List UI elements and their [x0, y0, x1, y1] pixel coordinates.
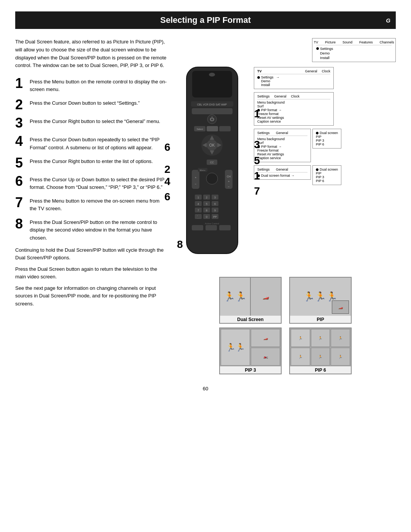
pip3-image: 🏃🏃 🏎️ 🏍️ — [220, 328, 281, 366]
menu-diagram-1: TV Picture Sound Features Channels Setti… — [312, 38, 396, 62]
d4-surf: Surf — [257, 141, 307, 145]
menu1-col2: Sound — [342, 40, 352, 44]
d3-surf: Surf — [257, 104, 330, 108]
svg-text:CC: CC — [210, 161, 214, 164]
pip-box: 🏃🏃🏃 🏎️ PIP — [289, 277, 352, 324]
menu1-item-install: Install — [316, 56, 333, 60]
step-2: 2 Press the Cursor Down button to select… — [15, 98, 167, 112]
d2-install: Install — [257, 83, 330, 87]
step-text-4: Press the Cursor Down button repeatedly … — [30, 134, 167, 151]
image-row-2: 🏃🏃 🏎️ 🏍️ PIP 3 — [219, 328, 352, 374]
diagram-2: TV General Clock Settings → Demo — [254, 67, 334, 89]
step-num-2: 2 — [15, 98, 26, 112]
step-5: 5 Press the Cursor Right button to enter… — [15, 156, 167, 170]
svg-text:9: 9 — [214, 209, 216, 212]
d5-sub-pip6: PIP 6 — [316, 179, 338, 183]
dual-screen-label: Dual Screen — [237, 316, 263, 323]
step-num-3: 3 — [15, 116, 26, 130]
dual-screen-box: 🏃🏃 🏎️ Dual Screen — [219, 277, 282, 324]
d5-sub-dual: Dual screen — [316, 168, 338, 171]
svg-text:CBL VCR DVD SAT AMP: CBL VCR DVD SAT AMP — [197, 103, 227, 106]
d3-clock: Clock — [291, 94, 300, 98]
page: Selecting a PIP Format G The Dual Screen… — [0, 0, 411, 532]
svg-point-2 — [209, 73, 215, 77]
d3-menu-bg: Menu background — [257, 101, 330, 104]
step-text-7: Press the Menu button to remove the on-s… — [30, 196, 167, 212]
remote-section: CBL VCR DVD SAT AMP ⏻ Select — [175, 65, 396, 271]
menu1-tv: TV — [314, 40, 318, 44]
pip6-image: 🏃 🏃 🏃 🏃 🏃 🏃 — [290, 328, 351, 366]
svg-text:+: + — [195, 176, 197, 179]
footer-text: See the next page for information on cha… — [15, 284, 167, 307]
step-text-2: Press the Cursor Down button to select “… — [30, 98, 140, 107]
d5-general-title: General — [276, 168, 288, 171]
svg-text:OK: OK — [209, 143, 215, 147]
step-num-7: 7 — [15, 196, 26, 209]
svg-text:CH: CH — [227, 175, 231, 178]
diagrams-column: TV General Clock Settings → Demo — [254, 65, 341, 185]
pip6-label: PIP 6 — [315, 366, 326, 374]
svg-text:7: 7 — [198, 209, 199, 212]
d4-pip-format: PIP format — [261, 145, 277, 149]
svg-rect-55 — [219, 225, 231, 230]
extra-text-2: Press the Dual Screen button again to re… — [15, 265, 167, 281]
d5-sub-pip: PIP — [316, 171, 338, 175]
callout-7: 7 — [254, 185, 260, 197]
menu1-col1: Picture — [325, 40, 336, 44]
d5-dual-format: Dual screen format — [261, 174, 290, 177]
step-3: 3 Press the Cursor Right button to selec… — [15, 116, 167, 130]
step-num-4: 4 — [15, 134, 26, 148]
svg-text:1: 1 — [198, 196, 199, 199]
step-num-5: 5 — [15, 156, 26, 170]
step-text-8: Press the Dual Screen/PIP button on the … — [30, 217, 167, 241]
dual-screen-image: 🏃🏃 🏎️ — [220, 278, 281, 316]
svg-text:Menu: Menu — [199, 169, 205, 171]
d5-settings-title: Settings — [257, 168, 270, 171]
svg-text:−: − — [195, 182, 197, 186]
menu1-item-demo: Demo — [316, 51, 333, 55]
d2-clock: Clock — [322, 69, 330, 73]
d4-sub-pip3: PIP 3 — [316, 139, 338, 142]
d4-sub-dual: Dual screen — [316, 131, 338, 135]
step-text-5: Press the Cursor Right button to enter t… — [30, 156, 153, 165]
d4-reset: Reset AV settings — [257, 152, 307, 156]
pip-label: PIP — [317, 316, 324, 323]
d2-general: General — [305, 69, 317, 73]
d3-pip-format: PIP format — [261, 108, 277, 112]
step-text-3: Press the Cursor Right button to select … — [30, 116, 160, 125]
svg-text:6: 6 — [214, 203, 216, 205]
svg-text:2: 2 — [206, 196, 207, 199]
pip-image: 🏃🏃🏃 🏎️ — [290, 278, 351, 316]
svg-text:+: + — [228, 180, 230, 183]
left-column: The Dual Screen feature, also referred t… — [15, 38, 167, 308]
diagram-5: Settings General Dual screen format → — [254, 165, 341, 185]
step-num-6: 6 — [15, 174, 26, 188]
bottom-images: 🏃🏃 🏎️ Dual Screen 🏃� — [175, 277, 396, 374]
d4-settings-title: Settings — [257, 131, 270, 135]
d3-caption: Caption service — [257, 120, 330, 123]
title-bar: Selecting a PIP Format G — [15, 11, 396, 29]
d3-reset-av: Reset AV settings — [257, 116, 330, 120]
svg-text:⏻: ⏻ — [210, 117, 214, 122]
step-7: 7 Press the Menu button to remove the on… — [15, 196, 167, 212]
menu1-col3: Features — [359, 40, 373, 44]
svg-text:−: − — [228, 185, 230, 189]
svg-text:8: 8 — [206, 209, 207, 212]
d3-freeze-format: Freeze format — [257, 112, 330, 116]
d2-settings: Settings — [261, 75, 274, 79]
svg-text:⬛: ⬛ — [197, 215, 200, 219]
pip3-label: PIP 3 — [245, 366, 256, 374]
pip6-box: 🏃 🏃 🏃 🏃 🏃 🏃 PIP 6 — [289, 328, 352, 374]
step-1: 1 Press the Menu button on the remote co… — [15, 77, 167, 93]
remote-control: CBL VCR DVD SAT AMP ⏻ Select — [175, 65, 249, 271]
right-column: TV Picture Sound Features Channels Setti… — [175, 38, 396, 374]
step-6: 6 Press the Cursor Up or Down button to … — [15, 174, 167, 191]
d4-general-title: General — [276, 131, 288, 135]
d5-sub-pip3: PIP 3 — [316, 175, 338, 179]
step-num-1: 1 — [15, 77, 26, 90]
svg-text:PP: PP — [213, 216, 217, 218]
diagram-4: Settings General Menu background Surf PI… — [254, 129, 341, 162]
svg-text:0: 0 — [206, 216, 207, 218]
image-row-1: 🏃🏃 🏎️ Dual Screen 🏃� — [219, 277, 352, 324]
g-label: G — [386, 17, 390, 24]
